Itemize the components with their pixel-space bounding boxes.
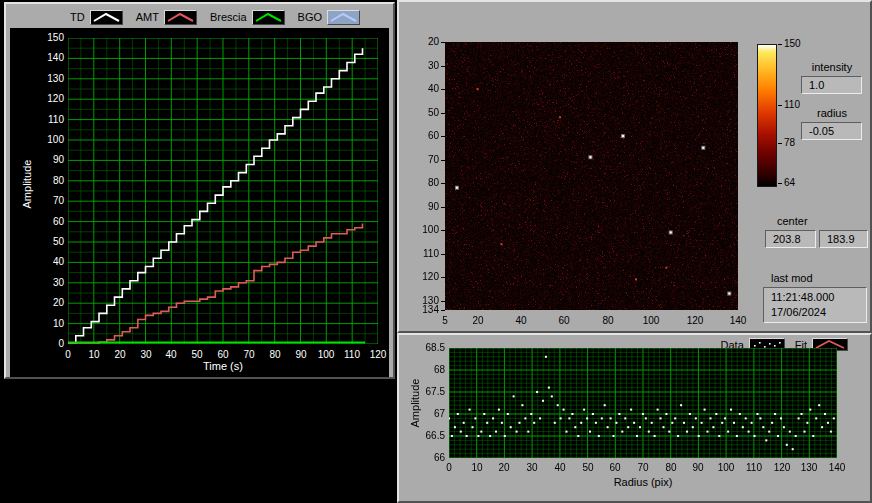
legend-item-td[interactable]: TD bbox=[70, 10, 123, 25]
bottom-ytick: 66 bbox=[411, 453, 445, 463]
tick-mark bbox=[441, 160, 445, 161]
image-xtick: 20 bbox=[466, 316, 490, 326]
center-label: center bbox=[777, 215, 821, 227]
bottom-xtick: 70 bbox=[631, 463, 655, 473]
tick-mark bbox=[441, 89, 445, 90]
colorbar-label: 78 bbox=[784, 138, 810, 148]
bottom-xtick: 120 bbox=[770, 463, 794, 473]
tick-mark bbox=[778, 105, 782, 106]
bottom-chart-ylabel: Amplitude bbox=[409, 368, 421, 438]
bottom-xtick: 90 bbox=[686, 463, 710, 473]
time-chart-panel: TDAMTBresciaBGO Amplitude Time (s) 01020… bbox=[4, 2, 395, 379]
tick-mark bbox=[441, 42, 445, 43]
left-chart-ytick: 60 bbox=[28, 217, 64, 227]
image-ytick: 80 bbox=[411, 178, 439, 188]
colorbar-label: 64 bbox=[784, 178, 810, 188]
left-chart-ytick: 150 bbox=[28, 33, 64, 43]
intensity-label: intensity bbox=[801, 61, 863, 73]
color-scale-gradient[interactable] bbox=[757, 44, 777, 187]
tick-mark bbox=[441, 277, 445, 278]
image-xtick: 40 bbox=[509, 316, 533, 326]
last-mod-indicator: 11:21:48.000 17/06/2024 bbox=[763, 287, 867, 323]
image-xtick: 140 bbox=[726, 316, 750, 326]
tick-mark bbox=[778, 183, 782, 184]
center-x-indicator: 203.8 bbox=[765, 230, 816, 248]
tick-mark bbox=[778, 44, 782, 45]
left-chart-ytick: 80 bbox=[28, 176, 64, 186]
left-chart-ytick: 120 bbox=[28, 94, 64, 104]
tick-mark bbox=[778, 143, 782, 144]
image-xtick: 120 bbox=[683, 316, 707, 326]
bottom-xtick: 60 bbox=[603, 463, 627, 473]
last-mod-label: last mod bbox=[771, 272, 825, 284]
left-chart-ytick: 50 bbox=[28, 237, 64, 247]
colorbar-label: 150 bbox=[784, 39, 810, 49]
bottom-xtick: 110 bbox=[742, 463, 766, 473]
bottom-xtick: 100 bbox=[714, 463, 738, 473]
legend-item-bgo[interactable]: BGO bbox=[298, 10, 360, 25]
left-chart-ytick: 40 bbox=[28, 257, 64, 267]
image-ytick: 134 bbox=[411, 305, 439, 315]
bottom-ytick: 66.5 bbox=[411, 431, 445, 441]
tick-mark bbox=[441, 66, 445, 67]
legend-sample-bgo-icon bbox=[327, 10, 360, 25]
legend-sample-td-icon bbox=[90, 10, 123, 25]
left-chart-ytick: 130 bbox=[28, 74, 64, 84]
legend-sample-amt-icon bbox=[164, 10, 197, 25]
left-chart-ytick: 30 bbox=[28, 278, 64, 288]
image-ytick: 50 bbox=[411, 108, 439, 118]
left-chart-ytick: 90 bbox=[28, 155, 64, 165]
image-ytick: 60 bbox=[411, 131, 439, 141]
time-waveform-chart: Amplitude Time (s) 010203040506070809010… bbox=[10, 28, 389, 377]
image-ytick: 100 bbox=[411, 225, 439, 235]
image-ytick: 110 bbox=[411, 249, 439, 259]
image-display-panel: intensity 1.0 radius -0.05 center 203.8 … bbox=[397, 0, 872, 333]
left-chart-xlabel: Time (s) bbox=[188, 360, 258, 372]
radius-input[interactable]: -0.05 bbox=[801, 122, 862, 140]
colorbar-label: 110 bbox=[784, 100, 810, 110]
tick-mark bbox=[441, 207, 445, 208]
image-xtick: 60 bbox=[552, 316, 576, 326]
left-chart-ytick: 110 bbox=[28, 115, 64, 125]
last-mod-time: 11:21:48.000 bbox=[771, 290, 866, 305]
left-chart-ytick: 100 bbox=[28, 135, 64, 145]
image-xtick: 5 bbox=[433, 316, 457, 326]
left-chart-plot-area[interactable] bbox=[68, 38, 378, 344]
image-xtick: 100 bbox=[639, 316, 663, 326]
tick-mark bbox=[441, 136, 445, 137]
center-y-indicator: 183.9 bbox=[819, 230, 868, 248]
tick-mark bbox=[441, 310, 445, 311]
left-chart-xtick: 120 bbox=[363, 350, 393, 360]
bottom-xtick: 80 bbox=[659, 463, 683, 473]
bottom-xtick: 130 bbox=[797, 463, 821, 473]
legend-label: AMT bbox=[136, 11, 159, 23]
bottom-ytick: 67 bbox=[411, 409, 445, 419]
bottom-ytick: 68 bbox=[411, 365, 445, 375]
left-chart-ytick: 140 bbox=[28, 53, 64, 63]
image-ytick: 40 bbox=[411, 84, 439, 94]
legend-label: TD bbox=[70, 11, 85, 23]
legend-item-brescia[interactable]: Brescia bbox=[210, 10, 285, 25]
tick-mark bbox=[441, 113, 445, 114]
tick-mark bbox=[441, 301, 445, 302]
image-ytick: 120 bbox=[411, 272, 439, 282]
intensity-input[interactable]: 1.0 bbox=[801, 76, 862, 94]
bottom-xtick: 20 bbox=[492, 463, 516, 473]
tick-mark bbox=[441, 183, 445, 184]
radial-profile-panel: DataFit Amplitude Radius (pix) 6666.5676… bbox=[397, 333, 872, 503]
application-window: TDAMTBresciaBGO Amplitude Time (s) 01020… bbox=[0, 0, 872, 503]
left-chart-legend: TDAMTBresciaBGO bbox=[10, 7, 389, 27]
intensity-image[interactable] bbox=[445, 42, 738, 310]
bottom-ytick: 68.5 bbox=[411, 343, 445, 353]
tick-mark bbox=[441, 254, 445, 255]
bottom-chart-plot-area[interactable] bbox=[449, 348, 837, 458]
left-chart-ytick: 20 bbox=[28, 298, 64, 308]
left-chart-ytick: 70 bbox=[28, 196, 64, 206]
legend-sample-brescia-icon bbox=[252, 10, 285, 25]
legend-item-amt[interactable]: AMT bbox=[136, 10, 197, 25]
left-chart-ytick: 0 bbox=[28, 339, 64, 349]
legend-label: BGO bbox=[298, 11, 322, 23]
tick-mark bbox=[441, 230, 445, 231]
image-ytick: 20 bbox=[411, 37, 439, 47]
radius-label: radius bbox=[801, 107, 863, 119]
